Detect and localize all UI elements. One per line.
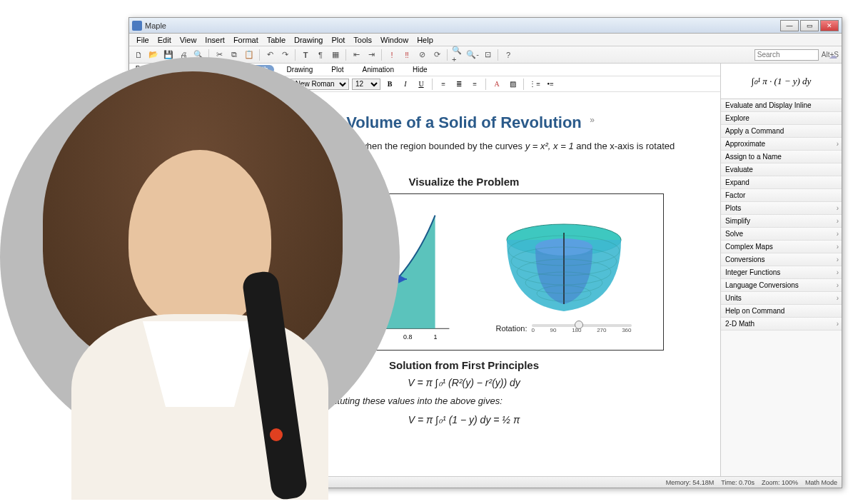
context-item-4[interactable]: Assign to a Name — [721, 151, 842, 163]
context-item-0[interactable]: Evaluate and Display Inline — [721, 99, 842, 112]
context-item-15[interactable]: Units — [721, 292, 842, 305]
status-mode: Math Mode — [805, 479, 837, 486]
context-item-14[interactable]: Language Conversions — [721, 279, 842, 292]
context-item-9[interactable]: Simplify — [721, 215, 842, 228]
rotation-label: Rotation: — [495, 324, 527, 333]
context-item-12[interactable]: Conversions — [721, 253, 842, 266]
context-panel: ∫₀¹ π · (1 − y) dy Evaluate and Display … — [720, 64, 842, 476]
zoom-reset-icon[interactable]: ⊡ — [481, 49, 494, 61]
help-icon[interactable]: ? — [502, 49, 515, 61]
context-preview: ∫₀¹ π · (1 − y) dy — [721, 64, 842, 99]
execute-all-icon[interactable]: ‼ — [400, 49, 413, 61]
context-item-11[interactable]: Complex Maps — [721, 241, 842, 253]
align-left-icon[interactable]: ≡ — [437, 78, 450, 91]
context-item-17[interactable]: 2-D Math — [721, 318, 842, 331]
context-item-8[interactable]: Plots — [721, 202, 842, 215]
plot-3d[interactable]: Rotation: 0 90 180 270 360 — [464, 194, 663, 350]
rotation-slider[interactable] — [532, 324, 632, 327]
context-item-7[interactable]: Factor — [721, 189, 842, 202]
context-item-13[interactable]: Integer Functions — [721, 266, 842, 279]
context-item-10[interactable]: Solve — [721, 228, 842, 241]
zoom-out-icon[interactable]: 🔍- — [466, 49, 479, 61]
context-item-16[interactable]: Help on Command — [721, 305, 842, 318]
context-item-5[interactable]: Evaluate — [721, 163, 842, 176]
maximize-button[interactable]: ▭ — [800, 20, 819, 31]
titlebar: Maple — ▭ ✕ — [129, 18, 842, 34]
minimize-button[interactable]: — — [780, 20, 799, 31]
context-item-1[interactable]: Explore — [721, 112, 842, 125]
search-input[interactable] — [754, 49, 819, 61]
status-time: Time: 0.70s — [721, 479, 754, 486]
bullet-list-icon[interactable]: •≡ — [544, 78, 557, 91]
menu-help[interactable]: Help — [413, 36, 438, 44]
italic-button[interactable]: I — [399, 78, 412, 91]
context-item-6[interactable]: Expand — [721, 176, 842, 189]
status-zoom: Zoom: 100% — [762, 479, 798, 486]
cloud-icon[interactable]: ☁ — [829, 51, 837, 61]
font-color-icon[interactable]: A — [490, 78, 503, 91]
decorative-person — [0, 43, 400, 500]
status-memory: Memory: 54.18M — [666, 479, 715, 486]
context-item-3[interactable]: Approximate — [721, 138, 842, 151]
app-icon — [132, 21, 142, 31]
context-item-2[interactable]: Apply a Command — [721, 125, 842, 138]
align-right-icon[interactable]: ≡ — [468, 78, 481, 91]
align-center-icon[interactable]: ≣ — [453, 78, 465, 91]
close-button[interactable]: ✕ — [820, 20, 839, 31]
stop-icon[interactable]: ⊘ — [415, 49, 428, 61]
svg-text:0.8: 0.8 — [403, 333, 412, 341]
underline-button[interactable]: U — [415, 78, 428, 91]
svg-text:1: 1 — [434, 333, 438, 341]
numbered-list-icon[interactable]: ⋮≡ — [528, 78, 541, 91]
window-title: Maple — [145, 21, 166, 30]
mode-hide[interactable]: Hide — [407, 65, 433, 74]
highlight-icon[interactable]: ▨ — [506, 78, 519, 91]
refresh-icon[interactable]: ⟳ — [430, 49, 443, 61]
zoom-in-icon[interactable]: 🔍+ — [451, 49, 464, 61]
